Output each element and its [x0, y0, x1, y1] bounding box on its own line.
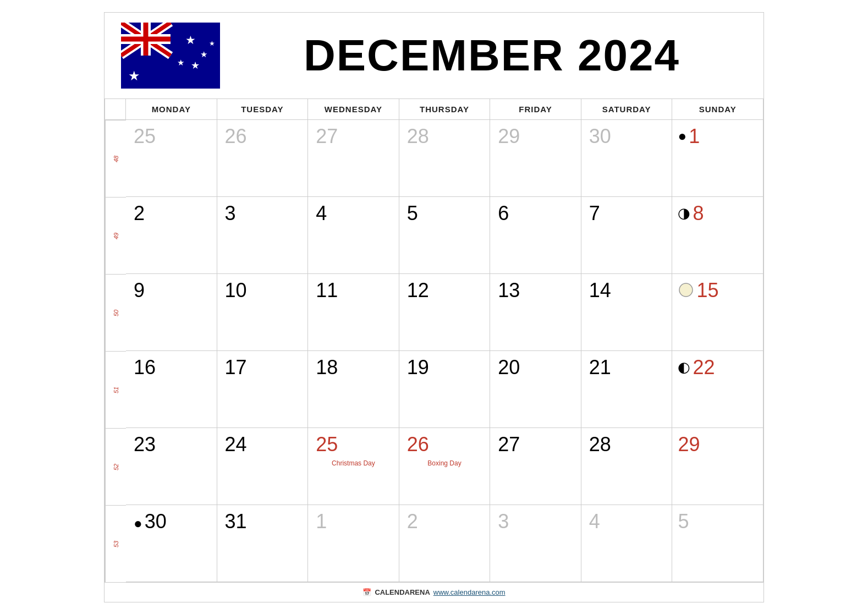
day-number: 13	[498, 279, 520, 301]
svg-text:★: ★	[200, 50, 207, 59]
svg-text:★: ★	[185, 34, 196, 46]
day-number: 2	[407, 511, 418, 533]
day-number: 21	[589, 357, 611, 379]
calendar-footer: 📅 CALENDARENA www.calendarena.com	[105, 582, 763, 602]
day-cell: 1	[308, 505, 399, 582]
brand-name: CALENDARENA	[375, 588, 430, 596]
day-number: 14	[589, 279, 611, 301]
day-cell: 11	[308, 274, 399, 351]
day-cell: 27	[490, 428, 581, 505]
calendar-header: ★ ★ ★ ★ ★ ★ DECEMBER 2024	[105, 13, 763, 99]
day-cell: 9	[126, 274, 217, 351]
day-header-sunday: SUNDAY	[672, 99, 763, 120]
day-number: 20	[498, 357, 520, 379]
day-header-friday: FRIDAY	[490, 99, 581, 120]
svg-text:★: ★	[209, 40, 215, 47]
week-num-50: 50	[105, 274, 126, 351]
sunday-number: 29	[678, 434, 700, 456]
day-number: 10	[225, 279, 247, 301]
svg-text:★: ★	[191, 60, 200, 71]
day-number: 30	[145, 511, 167, 533]
day-number: 25	[134, 125, 156, 147]
day-cell: 26Boxing Day	[399, 428, 491, 505]
day-number: 3	[498, 511, 509, 533]
sunday-number: 15	[696, 279, 718, 301]
sunday-number: 5	[678, 511, 689, 533]
day-header-thursday: THURSDAY	[399, 99, 491, 120]
day-cell: 17	[217, 351, 309, 428]
day-number: 19	[407, 357, 429, 379]
sunday-cell: ◐22	[672, 351, 763, 428]
day-cell: 25Christmas Day	[308, 428, 399, 505]
day-header-tuesday: TUESDAY	[217, 99, 309, 120]
day-cell: 6	[490, 197, 581, 274]
day-number: 7	[589, 202, 600, 224]
day-cell: 28	[399, 120, 491, 197]
day-number: 29	[498, 125, 520, 147]
day-number: 4	[316, 202, 327, 224]
day-number: 16	[134, 357, 156, 379]
sunday-number: 1	[689, 125, 700, 147]
week-num-49: 49	[105, 197, 126, 274]
day-number: 26	[407, 434, 429, 456]
day-cell: 14	[581, 274, 673, 351]
day-cell: 21	[581, 351, 673, 428]
day-number: 28	[407, 125, 429, 147]
day-number: 25	[316, 434, 338, 456]
day-header-wednesday: WEDNESDAY	[308, 99, 399, 120]
moon-phase-icon	[678, 282, 694, 302]
week-num-48: 48	[105, 120, 126, 197]
day-number: 18	[316, 357, 338, 379]
moon-phase-icon: ◐	[678, 359, 690, 376]
day-cell: 2	[399, 505, 491, 582]
day-cell: 3	[217, 197, 309, 274]
day-number: 28	[589, 434, 611, 456]
day-number: 3	[225, 202, 236, 224]
day-number: 31	[225, 511, 247, 533]
day-number: 26	[225, 125, 247, 147]
holiday-label: Boxing Day	[407, 459, 482, 467]
svg-text:★: ★	[177, 58, 184, 67]
day-cell: ●30	[126, 505, 217, 582]
day-number: 9	[134, 279, 145, 301]
day-number: 23	[134, 434, 156, 456]
day-number: 30	[589, 125, 611, 147]
day-cell: 10	[217, 274, 309, 351]
sunday-number: 8	[693, 202, 704, 224]
svg-text:★: ★	[128, 68, 140, 83]
day-number: 17	[225, 357, 247, 379]
day-cell: 28	[581, 428, 673, 505]
day-number: 6	[498, 202, 509, 224]
day-cell: 19	[399, 351, 491, 428]
holiday-label: Christmas Day	[316, 459, 391, 467]
day-number: 27	[498, 434, 520, 456]
day-cell: 16	[126, 351, 217, 428]
day-cell: 3	[490, 505, 581, 582]
day-cell: 23	[126, 428, 217, 505]
day-cell: 25	[126, 120, 217, 197]
australian-flag: ★ ★ ★ ★ ★ ★	[121, 23, 220, 89]
day-cell: 4	[581, 505, 673, 582]
day-cell: 5	[399, 197, 491, 274]
sunday-cell: ●1	[672, 120, 763, 197]
day-cell: 20	[490, 351, 581, 428]
day-number: 4	[589, 511, 600, 533]
month-title: DECEMBER 2024	[237, 30, 747, 81]
calendar: ★ ★ ★ ★ ★ ★ DECEMBER 2024 MONDAY TUESDAY…	[104, 12, 764, 602]
week-num-52: 52	[105, 428, 126, 505]
svg-rect-8	[121, 36, 171, 41]
day-header-saturday: SATURDAY	[581, 99, 673, 120]
day-number: 1	[316, 511, 327, 533]
day-cell: 31	[217, 505, 309, 582]
sunday-cell: 15	[672, 274, 763, 351]
day-cell: 4	[308, 197, 399, 274]
sunday-cell: 29	[672, 428, 763, 505]
brand-icon: 📅	[362, 588, 371, 596]
week-num-header	[105, 99, 126, 120]
day-number: 27	[316, 125, 338, 147]
week-num-51: 51	[105, 351, 126, 428]
day-cell: 24	[217, 428, 309, 505]
day-cell: 18	[308, 351, 399, 428]
moon-phase-icon: ◑	[678, 205, 690, 222]
website-link[interactable]: www.calendarena.com	[433, 588, 506, 596]
